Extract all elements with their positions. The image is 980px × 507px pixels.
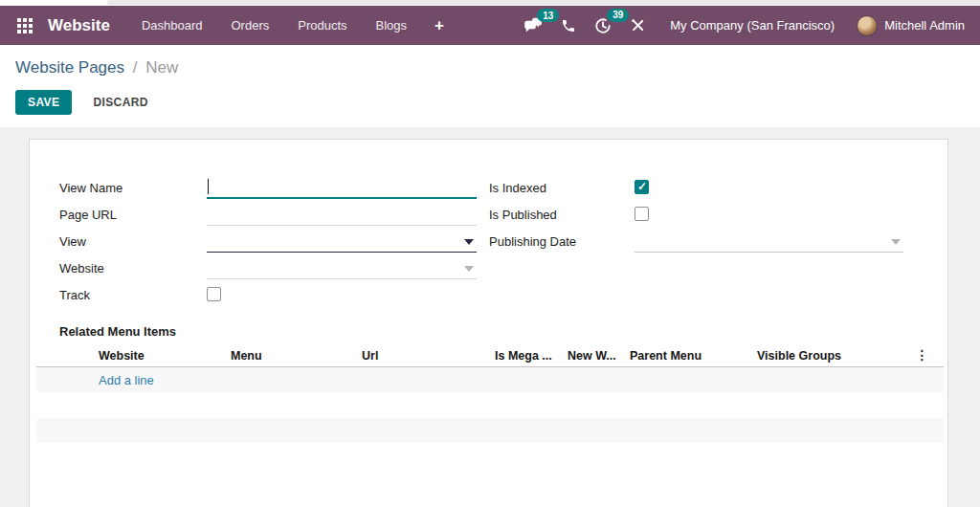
is-indexed-label: Is Indexed [489,178,635,195]
field-row-page-url: Page URL [59,205,477,231]
form-view-background: View Name Page URL View [0,127,980,507]
top-edge-pill [107,0,980,5]
is-published-checkbox[interactable] [635,207,649,221]
systray: 13 39 [524,15,965,36]
field-row-publishing-date: Publishing Date [489,231,903,258]
control-panel: Website Pages / New SAVE DISCARD [0,45,980,127]
field-row-website: Website [59,258,477,285]
activities-count-badge: 39 [607,9,629,22]
add-line-row: Add a line [36,367,944,392]
breadcrumb-current-new: New [145,58,178,77]
track-field [207,285,477,306]
nav-item-products[interactable]: Products [283,6,361,45]
phone-icon [561,18,576,33]
list-header-row: Website Menu Url Is Mega ... New W... Pa… [36,344,944,367]
empty-list-row [36,418,944,443]
messages-count-badge: 13 [537,9,559,22]
website-select-input[interactable] [207,258,477,278]
nav-item-dashboard[interactable]: Dashboard [127,6,217,45]
apps-menu-button[interactable] [15,16,34,35]
view-name-input[interactable] [207,178,477,197]
breadcrumb-website-pages-link[interactable]: Website Pages [15,58,124,77]
add-a-line-link[interactable]: Add a line [99,373,154,387]
empty-list-row [36,392,944,418]
header-is-mega-menu[interactable]: Is Mega ... [483,349,556,363]
optional-columns-kebab-icon[interactable]: ⋮ [916,348,929,363]
field-row-view-name: View Name [59,178,477,205]
field-row-view: View [59,231,477,258]
text-cursor [208,179,209,194]
discard-button[interactable]: DISCARD [85,90,155,115]
is-indexed-checkbox[interactable] [635,180,649,194]
new-content-plus-button[interactable]: + [421,16,457,35]
app-brand-website[interactable]: Website [48,16,110,35]
messages-button[interactable]: 13 [524,17,543,33]
apps-grid-icon [17,18,33,33]
header-menu[interactable]: Menu [219,349,350,363]
user-menu[interactable]: Mitchell Admin [857,15,965,36]
top-edge-artifact [0,0,980,6]
voip-button[interactable] [561,18,576,33]
chevron-down-icon [464,266,474,272]
website-select-field[interactable] [207,258,477,279]
page-url-input[interactable] [207,205,477,225]
view-name-label: View Name [59,178,207,195]
header-url[interactable]: Url [350,349,483,363]
header-visible-groups[interactable]: Visible Groups [746,349,901,363]
main-navbar: Website Dashboard Orders Products Blogs … [0,6,980,45]
related-menu-items-title: Related Menu Items [59,324,176,339]
user-avatar [857,15,878,36]
breadcrumb: Website Pages / New [15,58,965,77]
header-website[interactable]: Website [87,349,219,363]
field-row-track: Track [59,285,477,312]
nav-item-blogs[interactable]: Blogs [362,6,422,45]
view-select-input[interactable] [207,231,477,252]
track-checkbox[interactable] [207,287,221,301]
breadcrumb-separator: / [129,58,142,77]
nav-item-orders[interactable]: Orders [216,6,283,45]
debug-tools-button[interactable] [630,17,646,33]
header-parent-menu[interactable]: Parent Menu [618,349,746,363]
crossed-tools-icon [630,17,646,33]
chevron-down-icon [464,239,474,245]
form-right-column: Is Indexed Is Published Publishing Date [489,178,903,258]
is-published-label: Is Published [489,205,635,222]
form-sheet: View Name Page URL View [29,139,948,507]
page-url-field[interactable] [207,205,477,226]
field-row-is-indexed: Is Indexed [489,178,903,205]
chevron-down-icon [891,239,901,245]
company-switcher[interactable]: My Company (San Francisco) [670,18,835,33]
field-row-is-published: Is Published [489,205,903,231]
page-url-label: Page URL [59,205,207,222]
view-label: View [59,231,207,249]
publishing-date-input[interactable] [635,231,903,252]
website-label: Website [59,258,207,276]
odoo-backend-window: Website Dashboard Orders Products Blogs … [0,0,980,507]
is-indexed-field [635,178,903,199]
is-published-field [635,205,903,226]
view-name-field[interactable] [207,178,477,199]
activities-button[interactable]: 39 [594,17,612,34]
header-new-window[interactable]: New W... [556,349,618,363]
app-menu: Dashboard Orders Products Blogs + [127,6,457,45]
publishing-date-field[interactable] [635,231,903,253]
related-menu-items-list: Website Menu Url Is Mega ... New W... Pa… [36,344,944,443]
view-select-field[interactable] [207,231,477,253]
track-label: Track [59,285,207,302]
save-button[interactable]: SAVE [15,90,72,115]
user-name: Mitchell Admin [884,18,965,33]
form-left-column: View Name Page URL View [59,178,477,312]
publishing-date-label: Publishing Date [489,231,635,249]
action-buttons: SAVE DISCARD [15,90,965,115]
